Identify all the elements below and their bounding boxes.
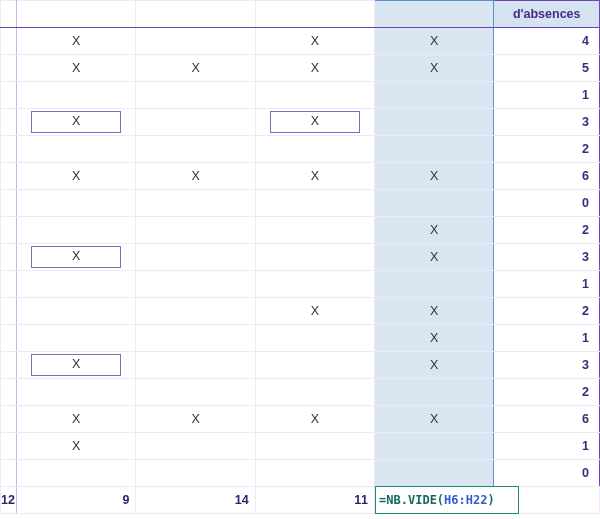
absence-count-cell[interactable]: 2 [494, 379, 600, 406]
attendance-cell[interactable] [255, 244, 374, 271]
attendance-cell[interactable] [255, 217, 374, 244]
attendance-cell[interactable]: X [136, 163, 255, 190]
attendance-cell[interactable] [136, 82, 255, 109]
attendance-cell[interactable]: X [17, 55, 136, 82]
absence-count-cell[interactable]: 0 [494, 460, 600, 487]
absence-count-cell[interactable]: 5 [494, 55, 600, 82]
x-mark: X [72, 439, 80, 453]
attendance-cell-selected[interactable] [375, 136, 494, 163]
attendance-cell-selected[interactable] [375, 271, 494, 298]
x-mark: X [311, 169, 319, 183]
attendance-cell[interactable]: X [255, 28, 374, 55]
attendance-cell-selected[interactable]: X [375, 217, 494, 244]
absence-count-cell[interactable]: 4 [494, 28, 600, 55]
attendance-cell-selected[interactable]: X [375, 28, 494, 55]
attendance-cell[interactable]: X [255, 406, 374, 433]
attendance-cell-selected[interactable] [375, 379, 494, 406]
absence-count-cell[interactable]: 2 [494, 298, 600, 325]
absence-count-cell[interactable]: 6 [494, 163, 600, 190]
absence-count-cell[interactable]: 2 [494, 217, 600, 244]
attendance-cell-selected[interactable] [375, 82, 494, 109]
attendance-cell[interactable] [136, 298, 255, 325]
attendance-cell[interactable] [17, 298, 136, 325]
absence-count-cell[interactable]: 1 [494, 433, 600, 460]
attendance-cell[interactable] [17, 325, 136, 352]
absence-count-cell[interactable]: 6 [494, 406, 600, 433]
row-sliver [1, 379, 17, 406]
absence-count-cell[interactable]: 3 [494, 109, 600, 136]
attendance-cell-selected[interactable]: X [375, 298, 494, 325]
attendance-cell[interactable]: X [17, 352, 136, 379]
formula-cell[interactable]: =NB.VIDE(H6:H22) [375, 487, 600, 514]
attendance-cell[interactable] [136, 460, 255, 487]
attendance-cell[interactable] [136, 28, 255, 55]
table-row: XX2 [1, 298, 600, 325]
attendance-cell[interactable]: X [255, 109, 374, 136]
attendance-cell[interactable]: X [17, 28, 136, 55]
row-sliver [1, 244, 17, 271]
attendance-cell[interactable] [136, 271, 255, 298]
attendance-cell[interactable] [17, 217, 136, 244]
attendance-cell[interactable] [17, 271, 136, 298]
attendance-cell[interactable] [17, 379, 136, 406]
boxed-x: X [270, 111, 360, 133]
attendance-cell[interactable] [136, 217, 255, 244]
attendance-cell[interactable] [17, 82, 136, 109]
absence-count-cell[interactable]: 3 [494, 352, 600, 379]
attendance-cell-selected[interactable] [375, 460, 494, 487]
attendance-cell[interactable] [17, 190, 136, 217]
attendance-cell-selected[interactable] [375, 109, 494, 136]
absence-count-cell[interactable]: 0 [494, 190, 600, 217]
absence-count-cell[interactable]: 2 [494, 136, 600, 163]
attendance-cell[interactable] [255, 325, 374, 352]
attendance-cell[interactable] [136, 136, 255, 163]
attendance-cell[interactable]: X [17, 433, 136, 460]
attendance-cell[interactable] [255, 460, 374, 487]
attendance-cell[interactable]: X [17, 244, 136, 271]
row-sliver [1, 217, 17, 244]
attendance-cell[interactable] [136, 352, 255, 379]
attendance-cell[interactable]: X [255, 55, 374, 82]
attendance-cell[interactable]: X [255, 298, 374, 325]
row-sliver [1, 82, 17, 109]
attendance-cell[interactable] [136, 190, 255, 217]
attendance-cell[interactable] [17, 460, 136, 487]
attendance-cell[interactable]: X [17, 109, 136, 136]
absence-count-cell[interactable]: 3 [494, 244, 600, 271]
attendance-cell-selected[interactable]: X [375, 406, 494, 433]
attendance-cell[interactable] [255, 271, 374, 298]
attendance-cell[interactable] [136, 433, 255, 460]
attendance-cell[interactable]: X [17, 406, 136, 433]
attendance-cell[interactable] [255, 379, 374, 406]
attendance-cell[interactable]: X [136, 406, 255, 433]
attendance-cell[interactable] [17, 136, 136, 163]
attendance-cell[interactable] [136, 109, 255, 136]
attendance-cell[interactable]: X [17, 163, 136, 190]
attendance-cell-selected[interactable]: X [375, 163, 494, 190]
attendance-cell-selected[interactable] [375, 190, 494, 217]
attendance-cell[interactable] [255, 136, 374, 163]
attendance-cell[interactable]: X [255, 163, 374, 190]
total-cell: 12 [1, 487, 17, 514]
absence-count-cell[interactable]: 1 [494, 82, 600, 109]
attendance-cell-selected[interactable]: X [375, 325, 494, 352]
row-sliver [1, 406, 17, 433]
attendance-cell[interactable]: X [136, 55, 255, 82]
attendance-cell[interactable] [255, 82, 374, 109]
attendance-cell[interactable] [136, 244, 255, 271]
total-cell: 14 [136, 487, 255, 514]
absence-count-cell[interactable]: 1 [494, 271, 600, 298]
date-col-header-selected [375, 1, 494, 28]
attendance-cell-selected[interactable] [375, 433, 494, 460]
spreadsheet-grid[interactable]: d'absences XXX4XXXX51XX32XXXX60X2XX31XX2… [0, 0, 600, 514]
attendance-cell[interactable] [255, 433, 374, 460]
attendance-cell[interactable] [255, 190, 374, 217]
attendance-cell[interactable] [136, 379, 255, 406]
attendance-cell[interactable] [255, 352, 374, 379]
attendance-cell-selected[interactable]: X [375, 244, 494, 271]
attendance-cell[interactable] [136, 325, 255, 352]
attendance-cell-selected[interactable]: X [375, 55, 494, 82]
absence-count-cell[interactable]: 1 [494, 325, 600, 352]
row-sliver [1, 271, 17, 298]
attendance-cell-selected[interactable]: X [375, 352, 494, 379]
